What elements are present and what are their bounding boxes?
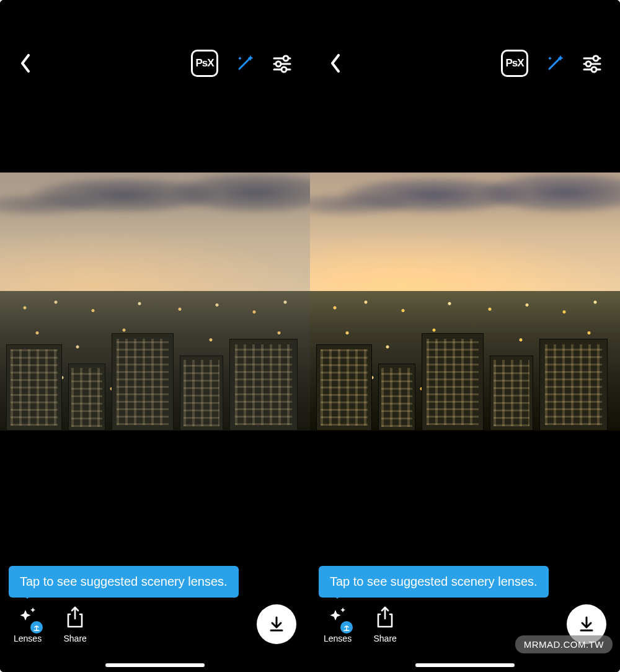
share-button[interactable]: Share <box>63 605 87 643</box>
top-tools: PsX <box>501 50 603 77</box>
lenses-button[interactable]: Lenses <box>324 605 352 643</box>
magic-wand-icon[interactable] <box>544 53 565 74</box>
download-icon <box>268 616 285 633</box>
psx-badge-icon[interactable]: PsX <box>501 50 528 77</box>
share-button[interactable]: Share <box>373 605 397 643</box>
panel-left: PsX Tap to see suggested <box>0 0 310 672</box>
svg-point-4 <box>276 61 281 66</box>
lenses-label: Lenses <box>14 634 42 643</box>
suggestion-tooltip[interactable]: Tap to see suggested scenery lenses. <box>9 566 239 598</box>
lenses-button[interactable]: Lenses <box>14 605 42 643</box>
svg-point-6 <box>281 67 286 72</box>
top-tools: PsX <box>191 50 293 77</box>
photo-preview[interactable] <box>310 172 620 431</box>
watermark-text: MRMAD.COM.TW <box>524 639 604 650</box>
back-button[interactable] <box>327 55 343 71</box>
watermark: MRMAD.COM.TW <box>515 635 613 653</box>
share-icon <box>65 606 85 629</box>
share-icon <box>375 606 395 629</box>
home-indicator[interactable] <box>415 663 515 667</box>
sliders-icon[interactable] <box>272 53 293 74</box>
svg-point-18 <box>591 67 596 72</box>
topbar: PsX <box>310 43 620 83</box>
bottom-bar: Lenses Share <box>0 598 310 651</box>
topbar: PsX <box>0 43 310 83</box>
svg-point-2 <box>283 56 288 61</box>
suggestion-tooltip[interactable]: Tap to see suggested scenery lenses. <box>319 566 549 598</box>
psx-badge-icon[interactable]: PsX <box>191 50 218 77</box>
magic-wand-icon[interactable] <box>234 53 255 74</box>
scenery-badge-icon <box>340 621 353 634</box>
svg-line-0 <box>239 59 249 69</box>
share-label: Share <box>63 634 86 643</box>
download-icon <box>578 616 595 633</box>
sliders-icon[interactable] <box>582 53 603 74</box>
photo-preview[interactable] <box>0 172 310 431</box>
scenery-badge-icon <box>30 621 43 634</box>
svg-point-16 <box>586 61 591 66</box>
download-button[interactable] <box>257 604 296 644</box>
svg-line-12 <box>549 59 559 69</box>
tooltip-text: Tap to see suggested scenery lenses. <box>330 575 538 588</box>
home-indicator[interactable] <box>105 663 205 667</box>
share-label: Share <box>373 634 396 643</box>
screenshot: PsX Tap to see suggested <box>0 0 620 672</box>
back-button[interactable] <box>17 55 33 71</box>
panel-right: PsX Tap to see suggested <box>310 0 620 672</box>
psx-label: PsX <box>195 57 213 69</box>
psx-label: PsX <box>505 57 523 69</box>
svg-point-14 <box>593 56 598 61</box>
tooltip-text: Tap to see suggested scenery lenses. <box>20 575 228 588</box>
lenses-label: Lenses <box>324 634 352 643</box>
